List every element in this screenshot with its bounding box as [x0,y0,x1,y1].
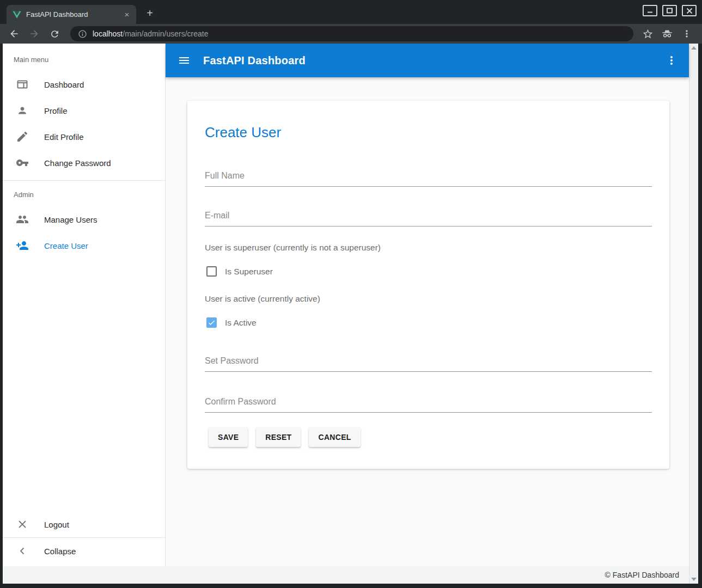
url-text: localhost/main/admin/users/create [93,29,208,38]
active-note: User is active (currently active) [205,294,652,304]
url-bar[interactable]: localhost/main/admin/users/create [70,26,633,41]
site-info-icon[interactable] [78,29,87,39]
is-active-checkbox-row[interactable]: Is Active [206,317,652,328]
browser-window: FastAPI Dashboard × + [0,0,702,588]
pencil-icon [16,130,29,143]
sidebar-item-label: Logout [44,520,69,529]
reload-icon[interactable] [48,27,61,40]
sidebar-item-change-password[interactable]: Change Password [3,150,165,176]
cancel-button[interactable]: CANCEL [309,427,360,447]
email-input[interactable] [205,210,652,226]
is-active-checkbox[interactable] [206,317,217,328]
back-icon[interactable] [8,27,21,40]
is-superuser-checkbox[interactable] [206,266,217,277]
sidebar-item-label: Dashboard [44,80,84,89]
window-controls [643,5,697,16]
is-superuser-checkbox-row[interactable]: Is Superuser [206,266,652,277]
url-host: localhost [93,29,123,38]
maximize-icon[interactable] [662,5,677,16]
incognito-icon [661,28,673,40]
page-footer: © FastAPI Dashboard [3,566,689,584]
is-superuser-label: Is Superuser [225,267,273,277]
sidebar-item-label: Create User [44,241,88,250]
scroll-up-icon[interactable] [691,46,697,50]
create-user-card: Create User User is superuser (currently… [187,101,669,469]
bookmark-star-icon[interactable] [642,28,654,40]
close-icon [16,518,29,531]
forward-icon[interactable] [28,27,41,40]
sidebar-item-label: Manage Users [44,215,97,224]
sidebar-item-edit-profile[interactable]: Edit Profile [3,124,165,150]
sidebar: Main menu Dashboard Profile [3,44,166,566]
browser-titlebar: FastAPI Dashboard × + [0,0,702,24]
app-toolbar: FastAPI Dashboard [166,44,689,77]
new-tab-button[interactable]: + [143,7,157,21]
reset-button[interactable]: RESET [256,427,301,447]
tab-close-icon[interactable]: × [122,10,132,20]
chevron-left-icon [16,544,29,558]
dashboard-icon [16,78,29,91]
full-name-input[interactable] [205,170,652,187]
people-icon [16,213,29,226]
app-menu-icon[interactable] [665,54,678,67]
minimize-icon[interactable] [643,5,657,16]
page-title: Create User [205,124,652,141]
sidebar-bottom: Logout Collapse [3,511,165,566]
sidebar-divider [3,180,165,181]
sidebar-item-label: Collapse [44,547,76,556]
scroll-down-icon[interactable] [691,578,697,581]
tab-title: FastAPI Dashboard [26,10,122,19]
key-icon [16,156,29,169]
vue-favicon [13,10,21,19]
browser-menu-icon[interactable] [681,28,693,40]
sidebar-item-collapse[interactable]: Collapse [3,538,165,564]
sidebar-item-manage-users[interactable]: Manage Users [3,206,165,232]
sidebar-item-create-user[interactable]: Create User [3,232,165,259]
url-path: /main/admin/users/create [123,29,208,38]
page-scrollbar[interactable] [689,44,698,584]
save-button[interactable]: SAVE [209,427,248,447]
superuser-note: User is superuser (currently is not a su… [205,243,652,253]
main-content: FastAPI Dashboard Create User User is su… [166,44,689,566]
sidebar-section-main-menu: Main menu [14,56,165,64]
sidebar-item-logout[interactable]: Logout [3,511,165,537]
browser-tab[interactable]: FastAPI Dashboard × [7,5,136,24]
sidebar-item-label: Profile [44,106,68,115]
browser-toolbar: localhost/main/admin/users/create [0,24,702,44]
person-add-icon [16,239,29,252]
sidebar-item-dashboard[interactable]: Dashboard [3,71,165,97]
close-window-icon[interactable] [682,5,697,16]
app-title: FastAPI Dashboard [203,54,306,67]
set-password-input[interactable] [205,355,652,372]
is-active-label: Is Active [225,318,257,328]
sidebar-item-label: Change Password [44,158,111,168]
sidebar-item-profile[interactable]: Profile [3,97,165,124]
person-icon [16,104,29,117]
sidebar-section-admin: Admin [14,191,165,199]
hamburger-icon[interactable] [178,54,191,67]
form-actions: SAVE RESET CANCEL [205,427,652,447]
sidebar-item-label: Edit Profile [44,132,84,142]
copyright-text: © FastAPI Dashboard [605,571,679,579]
confirm-password-input[interactable] [205,396,652,413]
